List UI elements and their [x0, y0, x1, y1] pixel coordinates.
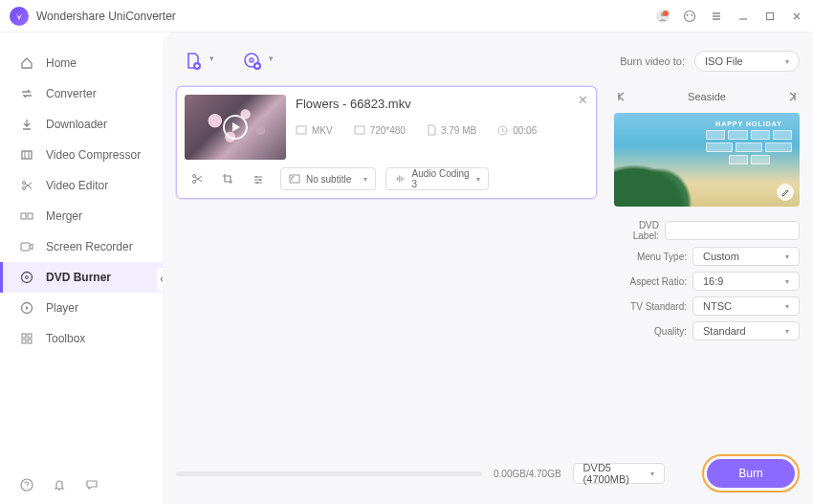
sidebar-item-toolbox[interactable]: Toolbox	[0, 323, 163, 354]
titlebar: Wondershare UniConverter	[0, 0, 813, 33]
capacity-text: 0.00GB/4.70GB	[494, 469, 561, 479]
sidebar-item-label: Screen Recorder	[46, 240, 133, 253]
dvd-label-label: DVD Label:	[614, 220, 659, 241]
converter-icon	[19, 86, 34, 101]
format-meta: MKV	[296, 125, 333, 136]
sidebar-item-player[interactable]: Player	[0, 293, 163, 323]
svg-rect-12	[22, 334, 26, 338]
account-avatar[interactable]	[656, 10, 670, 23]
file-name: Flowers - 66823.mkv	[296, 97, 588, 111]
burn-settings: DVD Label: Menu Type: Custom▾ Aspect Rat…	[614, 220, 800, 340]
app-logo-wrap: Wondershare UniConverter	[10, 7, 176, 26]
footer: 0.00GB/4.70GB DVD5 (4700MB)▾ Burn	[176, 452, 800, 504]
toolbar: ▾ ▾ Burn video to: ISO File ▾	[176, 44, 800, 78]
svg-point-1	[685, 11, 695, 21]
tv-standard-label: TV Standard:	[614, 301, 687, 312]
help-icon[interactable]	[19, 477, 34, 493]
scissors-icon	[19, 178, 34, 193]
play-icon	[19, 300, 34, 316]
svg-point-26	[255, 176, 257, 178]
feedback-icon[interactable]	[84, 477, 99, 493]
burn-to-select[interactable]: ISO File ▾	[694, 51, 800, 72]
svg-rect-6	[21, 213, 26, 219]
quality-select[interactable]: Standard▾	[692, 321, 800, 340]
trim-button[interactable]	[190, 172, 204, 186]
aspect-ratio-select[interactable]: 16:9▾	[692, 272, 800, 291]
sidebar-item-label: Toolbox	[46, 332, 85, 345]
download-icon	[19, 117, 34, 132]
capacity-bar	[176, 471, 482, 476]
quality-label: Quality:	[614, 326, 687, 337]
sidebar-item-merger[interactable]: Merger	[0, 201, 163, 231]
support-icon[interactable]	[683, 10, 696, 23]
crop-button[interactable]	[221, 172, 234, 186]
svg-rect-2	[767, 12, 774, 19]
template-preview: HAPPY HOLIDAY	[614, 113, 800, 207]
svg-rect-15	[28, 340, 32, 343]
burn-to-label: Burn video to:	[620, 55, 685, 67]
template-banner-title: HAPPY HOLIDAY	[706, 121, 792, 127]
app-title: Wondershare UniConverter	[36, 10, 176, 23]
effects-button[interactable]	[252, 172, 265, 186]
subtitle-select[interactable]: No subtitle ▾	[280, 167, 376, 190]
record-icon	[19, 239, 34, 254]
app-logo-icon	[10, 7, 29, 26]
template-nav: Seaside	[614, 86, 800, 107]
svg-point-28	[256, 182, 258, 184]
sidebar-item-label: Merger	[46, 209, 82, 223]
close-icon[interactable]	[790, 10, 803, 23]
sidebar-item-label: Home	[46, 56, 77, 70]
duration-meta: 00:06	[497, 125, 537, 136]
sidebar-item-dvd-burner[interactable]: DVD Burner	[0, 262, 163, 293]
minimize-icon[interactable]	[736, 10, 750, 23]
sidebar-item-label: Downloader	[46, 118, 107, 131]
disc-type-select[interactable]: DVD5 (4700MB)▾	[573, 463, 665, 484]
sidebar-item-label: Video Editor	[46, 179, 108, 192]
menu-icon[interactable]	[710, 10, 723, 23]
sidebar-item-converter[interactable]: Converter	[0, 78, 163, 109]
tv-standard-select[interactable]: NTSC▾	[692, 296, 800, 316]
video-thumbnail[interactable]	[185, 95, 286, 160]
toolbox-icon	[19, 331, 34, 346]
sidebar-item-editor[interactable]: Video Editor	[0, 170, 163, 201]
aspect-ratio-label: Aspect Ratio:	[614, 276, 687, 287]
svg-rect-21	[297, 126, 306, 134]
remove-file-button[interactable]: ✕	[578, 93, 588, 107]
size-meta: 3.79 MB	[427, 124, 476, 136]
burn-button[interactable]: Burn	[707, 459, 795, 488]
svg-point-0	[661, 11, 665, 15]
svg-rect-3	[22, 151, 32, 159]
svg-rect-13	[28, 334, 32, 338]
disc-icon	[19, 270, 34, 285]
sidebar: Home Converter Downloader Video Compress…	[0, 33, 163, 504]
sidebar-item-label: DVD Burner	[46, 271, 111, 284]
sidebar-item-label: Player	[46, 301, 78, 315]
sidebar-item-compressor[interactable]: Video Compressor	[0, 140, 163, 170]
svg-rect-8	[21, 243, 30, 251]
template-prev-button[interactable]	[614, 89, 629, 104]
sidebar-item-recorder[interactable]: Screen Recorder	[0, 231, 163, 262]
compress-icon	[19, 147, 34, 163]
chevron-down-icon: ▾	[785, 57, 789, 66]
chevron-down-icon: ▾	[363, 175, 367, 184]
template-name: Seaside	[688, 91, 726, 102]
svg-point-19	[250, 58, 253, 62]
maximize-icon[interactable]	[763, 10, 777, 23]
sidebar-item-downloader[interactable]: Downloader	[0, 109, 163, 140]
edit-template-button[interactable]	[777, 184, 794, 201]
add-file-button[interactable]: ▾	[180, 48, 207, 75]
template-next-button[interactable]	[784, 89, 800, 104]
home-icon	[19, 55, 34, 71]
file-card: ✕ Flowers - 66823.mkv MKV	[176, 86, 597, 199]
dvd-label-input[interactable]	[665, 221, 800, 240]
merge-icon	[19, 208, 34, 224]
menu-type-select[interactable]: Custom▾	[692, 247, 800, 266]
notification-icon[interactable]	[52, 477, 67, 493]
load-dvd-button[interactable]: ▾	[239, 48, 266, 75]
content-area: ▾ ▾ Burn video to: ISO File ▾ ✕	[163, 33, 813, 504]
resolution-meta: 720*480	[354, 125, 406, 136]
audio-select[interactable]: Audio Coding 3 ▾	[385, 167, 489, 190]
sidebar-item-home[interactable]: Home	[0, 48, 163, 78]
chevron-down-icon: ▾	[269, 54, 274, 63]
chevron-down-icon: ▾	[209, 54, 214, 63]
